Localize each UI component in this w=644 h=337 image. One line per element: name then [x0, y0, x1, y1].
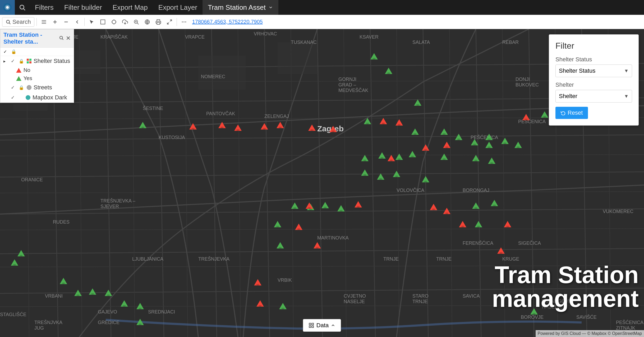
globe-tool[interactable]: [142, 17, 152, 27]
layer-search-button[interactable]: [59, 35, 64, 41]
tram-marker-40[interactable]: [60, 278, 67, 284]
tram-marker-11[interactable]: [440, 128, 448, 135]
tram-marker-23[interactable]: [472, 155, 480, 161]
tram-station-dropdown[interactable]: Tram Station Asset: [203, 0, 278, 15]
search-tool[interactable]: Search: [2, 17, 34, 27]
tram-marker-33[interactable]: [472, 202, 480, 209]
tram-marker-35[interactable]: [274, 221, 281, 227]
coordinates-display[interactable]: 1780667.4563, 5752220.7905: [192, 19, 263, 25]
tram-marker-red-1[interactable]: [522, 114, 530, 120]
tram-marker-red-24[interactable]: [254, 279, 261, 285]
fullscreen-tool[interactable]: [164, 17, 174, 27]
print-tool[interactable]: [153, 17, 163, 27]
tram-marker-red-8[interactable]: [329, 126, 337, 132]
tram-marker-red-14[interactable]: [306, 202, 313, 209]
tram-marker-45[interactable]: [136, 303, 144, 309]
tram-marker-37[interactable]: [277, 242, 284, 248]
tram-marker-10[interactable]: [411, 128, 419, 135]
map-area[interactable]: ZAVSJE KRAPIŠČAK VRAPCE VRHOVAC TUSKANAC…: [0, 29, 644, 337]
export-layer-nav-button[interactable]: Export Layer: [153, 0, 203, 15]
mapbox-check[interactable]: ✓: [11, 95, 16, 100]
lock-all-ctrl[interactable]: 🔒: [11, 49, 16, 54]
streets-check[interactable]: ✓: [11, 85, 16, 90]
tram-marker-red-2[interactable]: [189, 123, 197, 130]
tram-marker-red-4[interactable]: [234, 124, 242, 131]
layer-list-tool[interactable]: [39, 17, 49, 27]
tram-marker-red-23[interactable]: [497, 247, 505, 254]
tram-marker-42[interactable]: [89, 288, 96, 295]
check-all-ctrl[interactable]: ✓: [3, 49, 7, 54]
tram-marker-red-17[interactable]: [443, 208, 450, 214]
tram-marker-22[interactable]: [440, 154, 448, 160]
tram-marker-38[interactable]: [17, 250, 25, 256]
tram-marker-red-11[interactable]: [443, 142, 450, 148]
tram-marker-red-15[interactable]: [355, 201, 362, 207]
filters-nav-button[interactable]: Filters: [30, 0, 59, 15]
tram-marker-32[interactable]: [337, 205, 345, 211]
tram-marker-24[interactable]: [488, 158, 495, 164]
tram-marker-46[interactable]: [279, 303, 287, 309]
search-nav-button[interactable]: [15, 0, 30, 15]
collapse-tool[interactable]: [72, 17, 82, 27]
tram-marker-red-10[interactable]: [395, 119, 403, 126]
tram-marker-7[interactable]: [541, 111, 548, 118]
tram-marker-red-9[interactable]: [380, 118, 387, 124]
tram-marker-20[interactable]: [395, 154, 403, 160]
tram-marker-red-16[interactable]: [430, 204, 437, 210]
tram-marker-5[interactable]: [414, 99, 421, 106]
tram-marker-43[interactable]: [105, 290, 112, 296]
more-tools[interactable]: [179, 17, 189, 27]
tram-marker-48[interactable]: [530, 308, 538, 315]
layer-item-mapbox[interactable]: ✓ Mapbox Dark: [0, 93, 74, 103]
tram-marker-27[interactable]: [393, 171, 400, 177]
tram-marker-13[interactable]: [471, 139, 478, 145]
tram-marker-36[interactable]: [475, 221, 482, 227]
tram-marker-red-5[interactable]: [261, 123, 268, 130]
filter-select-1[interactable]: Shelter Status ▼: [555, 64, 632, 77]
app-logo[interactable]: [0, 0, 15, 15]
tram-marker-red-13[interactable]: [388, 155, 395, 161]
tram-marker-1[interactable]: [370, 53, 378, 59]
pointer-tool[interactable]: [87, 17, 97, 27]
tram-marker-red-20[interactable]: [295, 224, 302, 230]
zoom-tool[interactable]: [131, 17, 141, 27]
tram-marker-2[interactable]: [385, 68, 392, 74]
layer-panel-close[interactable]: ✕: [66, 35, 71, 42]
tram-marker-red-22[interactable]: [314, 242, 321, 248]
export-map-nav-button[interactable]: Export Map: [107, 0, 153, 15]
tram-marker-26[interactable]: [377, 173, 384, 180]
shelter-status-check[interactable]: ✓: [11, 58, 16, 64]
tram-marker-44[interactable]: [121, 300, 128, 307]
filter-builder-nav-button[interactable]: Filter builder: [59, 0, 107, 15]
tram-marker-8[interactable]: [139, 122, 146, 128]
add-layer-tool[interactable]: [50, 17, 60, 27]
tram-marker-39[interactable]: [11, 259, 18, 266]
tram-marker-9[interactable]: [364, 118, 371, 124]
tram-marker-red-25[interactable]: [256, 300, 264, 307]
tram-marker-14[interactable]: [485, 134, 493, 140]
tram-marker-red-7[interactable]: [308, 124, 316, 131]
remove-layer-tool[interactable]: [61, 17, 71, 27]
tram-marker-18[interactable]: [361, 155, 369, 161]
tram-marker-19[interactable]: [378, 152, 386, 159]
download-tool[interactable]: [120, 17, 130, 27]
tram-marker-12[interactable]: [455, 134, 462, 140]
tram-marker-red-3[interactable]: [218, 122, 226, 128]
tram-marker-47[interactable]: [136, 319, 144, 325]
tram-marker-red-12[interactable]: [422, 144, 429, 151]
filter-reset-button[interactable]: Reset: [555, 107, 588, 119]
tram-marker-red-6[interactable]: [277, 122, 284, 128]
tram-marker-31[interactable]: [321, 202, 329, 208]
tram-marker-16[interactable]: [501, 138, 509, 144]
tram-marker-21[interactable]: [409, 151, 416, 157]
layer-item-streets[interactable]: ✓ 🔒 Streets: [0, 82, 74, 93]
rectangle-tool[interactable]: [98, 17, 108, 27]
filter-select-2[interactable]: Shelter ▼: [555, 90, 632, 103]
tram-marker-28[interactable]: [422, 176, 429, 182]
tram-marker-41[interactable]: [74, 290, 82, 296]
data-button[interactable]: Data: [303, 319, 341, 332]
crosshair-tool[interactable]: [109, 17, 119, 27]
tram-marker-15[interactable]: [485, 142, 493, 148]
tram-marker-17[interactable]: [514, 142, 522, 148]
tram-marker-red-18[interactable]: [459, 221, 466, 227]
